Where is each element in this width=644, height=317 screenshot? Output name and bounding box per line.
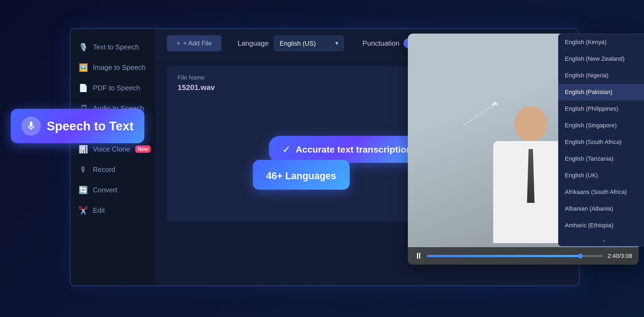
lang-option-pakistan[interactable]: English (Pakistan) bbox=[558, 84, 644, 100]
languages-badge-text: 46+ Languages bbox=[266, 167, 336, 182]
sidebar-item-label: PDF to Speech bbox=[93, 84, 140, 92]
add-file-label: + Add File bbox=[183, 39, 212, 47]
sidebar-item-convert[interactable]: 🔄 Convert bbox=[70, 180, 156, 200]
video-time: 2:40/3:08 bbox=[608, 253, 632, 260]
progress-fill bbox=[427, 255, 580, 257]
plus-icon: + bbox=[177, 39, 180, 47]
lang-option-uk[interactable]: English (UK) bbox=[558, 167, 644, 184]
sidebar-item-image-to-speech[interactable]: 🖼️ Image to Speech bbox=[70, 57, 156, 78]
stt-label: Speech to Text bbox=[47, 119, 134, 133]
video-controls: ⏸ 2:40/3:08 bbox=[408, 247, 639, 265]
language-label: Language bbox=[237, 39, 269, 48]
languages-badge: 46+ Languages bbox=[253, 160, 350, 190]
language-section: Language English (US) ▼ bbox=[237, 36, 344, 51]
person-body bbox=[493, 141, 568, 243]
convert-icon: 🔄 bbox=[78, 185, 88, 195]
add-file-button[interactable]: + + Add File bbox=[167, 35, 221, 51]
language-select[interactable]: English (US) bbox=[274, 36, 344, 51]
lang-option-singapore[interactable]: English (Singapore) bbox=[558, 117, 644, 134]
sidebar-item-record[interactable]: 🎙 Record bbox=[70, 159, 156, 180]
person-tie bbox=[525, 149, 536, 203]
speech-to-text-highlight[interactable]: Speech to Text bbox=[11, 109, 144, 143]
sidebar-item-edit[interactable]: ✂️ Edit bbox=[70, 200, 156, 221]
progress-bar[interactable] bbox=[427, 255, 603, 257]
punctuation-label: Punctuation bbox=[363, 39, 399, 48]
languages-count: 46+ bbox=[266, 170, 283, 181]
lang-option-amharic[interactable]: Amharic (Ethiopia) bbox=[558, 217, 644, 234]
lang-option-kenya[interactable]: English (Kenya) bbox=[558, 34, 644, 51]
transcription-badge: ✓ Accurate text transcription bbox=[269, 136, 425, 163]
sidebar-item-pdf-to-speech[interactable]: 📄 PDF to Speech bbox=[70, 78, 156, 98]
image-to-speech-icon: 🖼️ bbox=[78, 63, 88, 72]
sidebar-item-label: Edit bbox=[93, 206, 105, 215]
stt-icon-circle bbox=[21, 116, 41, 136]
record-icon: 🎙 bbox=[78, 165, 88, 174]
text-to-speech-icon: 🎙️ bbox=[78, 42, 88, 52]
check-circle-icon: ✓ bbox=[282, 143, 291, 155]
svg-marker-0 bbox=[492, 101, 499, 105]
dashed-arrow bbox=[453, 93, 507, 131]
sidebar: 🎙️ Text to Speech 🖼️ Image to Speech 📄 P… bbox=[70, 29, 156, 286]
progress-dot bbox=[578, 254, 583, 258]
sidebar-item-label: Text to Speech bbox=[93, 43, 139, 51]
sidebar-item-text-to-speech[interactable]: 🎙️ Text to Speech bbox=[70, 37, 156, 57]
edit-icon: ✂️ bbox=[78, 206, 88, 215]
sidebar-item-label: Voice Clone bbox=[93, 145, 130, 153]
lang-option-afrikaans[interactable]: Afrikaans (South Africa) bbox=[558, 184, 644, 200]
transcription-badge-text: Accurate text transcription bbox=[296, 144, 412, 155]
sidebar-item-label: Image to Speech bbox=[93, 63, 146, 72]
lang-option-philippines[interactable]: English (Philippines) bbox=[558, 100, 644, 117]
languages-suffix: Languages bbox=[283, 170, 336, 181]
new-badge: New bbox=[135, 146, 151, 153]
language-dropdown: English (Kenya) English (New Zealand) En… bbox=[558, 34, 644, 246]
lang-option-tanzania[interactable]: English (Tanzania) bbox=[558, 150, 644, 167]
person-head bbox=[515, 106, 547, 141]
lang-option-nz[interactable]: English (New Zealand) bbox=[558, 51, 644, 67]
sidebar-item-label: Convert bbox=[93, 186, 117, 194]
stt-mic-icon bbox=[26, 121, 36, 131]
dropdown-scroll-arrow[interactable]: ⌄ bbox=[558, 234, 644, 246]
pdf-to-speech-icon: 📄 bbox=[78, 83, 88, 93]
lang-option-albanian[interactable]: Albanian (Albania) bbox=[558, 200, 644, 217]
pause-button[interactable]: ⏸ bbox=[414, 251, 423, 261]
lang-option-nigeria[interactable]: English (Nigeria) bbox=[558, 67, 644, 84]
sidebar-item-label: Record bbox=[93, 165, 115, 174]
voice-clone-icon: 📊 bbox=[78, 144, 88, 154]
lang-option-south-africa[interactable]: English (South Africa) bbox=[558, 134, 644, 150]
language-select-wrapper: English (US) ▼ bbox=[274, 36, 344, 51]
